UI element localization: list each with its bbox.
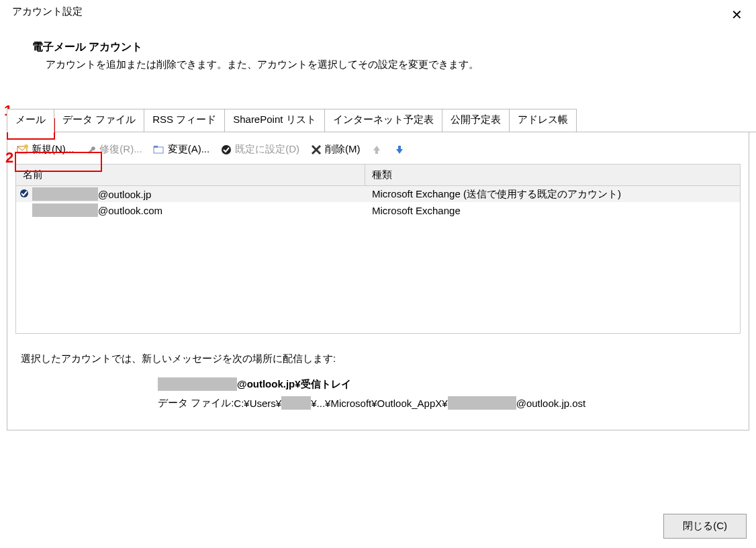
tab-rss[interactable]: RSS フィード [144,109,225,132]
account-row[interactable]: @outlook.jp Microsoft Exchange (送信で使用する既… [16,186,740,202]
window-title: アカウント設定 [12,5,83,18]
close-button[interactable]: 閉じる(C) [663,514,747,539]
set-default-button-label: 既定に設定(D) [235,143,299,156]
delete-button-label: 削除(M) [325,143,361,156]
account-domain: @outlook.com [98,205,162,216]
datafile-path-2: ¥...¥Microsoft¥Outlook_AppX¥ [311,398,447,409]
datafile-label: データ ファイル: [158,397,234,410]
account-domain: @outlook.jp [98,189,151,200]
folder-icon [153,144,165,156]
svg-rect-2 [154,147,163,153]
delete-button[interactable]: 削除(M) [306,142,365,157]
delivery-intro: 選択したアカウントでは、新しいメッセージを次の場所に配信します: [21,353,735,365]
tab-data-files[interactable]: データ ファイル [54,109,144,132]
new-button-label: 新規(N)... [32,143,74,156]
tab-sharepoint[interactable]: SharePoint リスト [224,109,324,132]
redacted-text [158,377,237,391]
svg-marker-7 [373,146,380,154]
redacted-text [281,396,311,410]
new-button[interactable]: 新規(N)... [13,142,78,157]
close-icon[interactable]: ✕ [726,5,748,24]
datafile-path-3: @outlook.jp.ost [516,398,586,409]
account-row[interactable]: @outlook.com Microsoft Exchange [16,202,740,218]
repair-button[interactable]: 修復(R)... [81,142,146,157]
svg-point-4 [222,145,231,154]
arrow-up-icon [371,144,383,156]
delivery-info: 選択したアカウントでは、新しいメッセージを次の場所に配信します: @outloo… [7,334,749,410]
change-button-label: 変更(A)... [168,143,210,156]
col-name[interactable]: 名前 [16,165,365,185]
page-description: アカウントを追加または削除できます。また、アカウントを選択してその設定を変更でき… [32,54,756,71]
svg-point-9 [20,189,28,197]
redacted-text [448,396,516,410]
tab-internet-calendar[interactable]: インターネット予定表 [324,109,442,132]
account-type: Microsoft Exchange (送信で使用する既定のアカウント) [368,188,740,201]
svg-rect-3 [154,146,158,148]
delete-x-icon [310,144,322,156]
repair-button-label: 修復(R)... [99,143,142,156]
arrow-down-icon [393,144,406,156]
redacted-text [32,187,98,201]
account-toolbar: 新規(N)... 修復(R)... 変更(A)... 既定に設定(D) 削除(M… [7,132,749,164]
check-circle-icon [220,144,232,156]
accounts-header: 名前 種類 [15,164,741,186]
default-check-icon [16,188,32,201]
delivery-location: @outlook.jp¥受信トレイ [237,378,351,391]
col-type[interactable]: 種類 [365,165,740,185]
page-heading: 電子メール アカウント [32,40,756,54]
tab-mail[interactable]: メール [7,109,54,132]
new-mail-icon [17,144,29,156]
tab-address-book[interactable]: アドレス帳 [509,109,577,132]
wrench-icon [85,144,97,156]
datafile-path-1: C:¥Users¥ [234,398,281,409]
redacted-text [32,203,98,217]
change-button[interactable]: 変更(A)... [149,142,214,157]
tab-strip: メール データ ファイル RSS フィード SharePoint リスト インタ… [7,109,756,132]
svg-point-1 [24,144,28,148]
svg-marker-8 [396,146,403,154]
tab-published-calendar[interactable]: 公開予定表 [442,109,510,132]
account-type: Microsoft Exchange [368,205,740,216]
accounts-list: @outlook.jp Microsoft Exchange (送信で使用する既… [15,186,741,334]
move-up-button[interactable] [367,142,387,157]
set-default-button[interactable]: 既定に設定(D) [216,142,303,157]
move-down-button[interactable] [389,142,410,157]
